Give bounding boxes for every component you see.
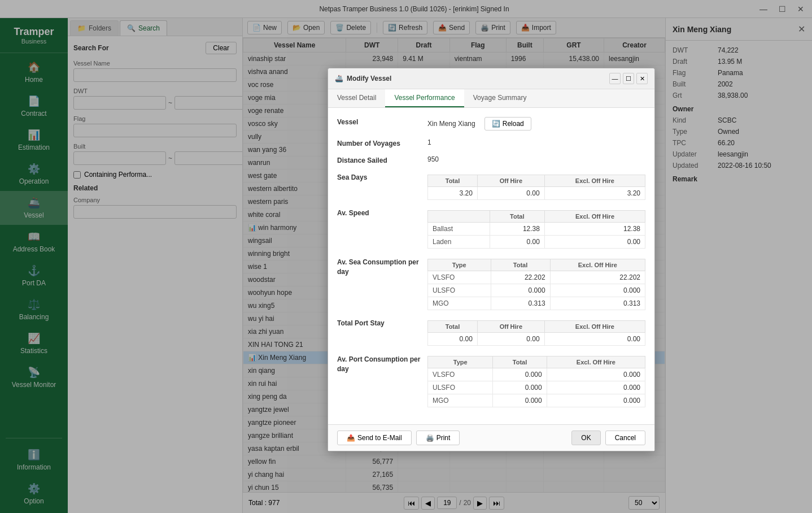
modal-tabs: Vessel Detail Vessel Performance Voyage … xyxy=(328,89,654,108)
sea-days-total-val: 3.20 xyxy=(428,187,478,200)
ok-button[interactable]: OK xyxy=(571,431,600,445)
av-port-cons-table: Type Total Excl. Off Hire VLSFO 0.000 0.… xyxy=(427,356,645,407)
modal-distance-value: 950 xyxy=(427,155,439,163)
sea-cons-total-header: Total xyxy=(491,259,550,271)
av-sea-cons-table: Type Total Excl. Off Hire VLSFO 22.202 2… xyxy=(427,259,645,310)
modal-vessel-label: Vessel xyxy=(337,117,427,126)
port-cons-type: VLSFO xyxy=(428,368,493,381)
modal-av-sea-cons-label: Av. Sea Consumption per day xyxy=(337,256,427,277)
sea-days-values-row: 3.20 0.00 3.20 xyxy=(428,187,645,200)
av-speed-total-header: Total xyxy=(490,211,544,223)
port-cons-excl: 0.000 xyxy=(547,368,645,381)
modal-total-port-stay-label: Total Port Stay xyxy=(337,318,427,327)
modal-av-port-cons-label: Av. Port Consumption per day xyxy=(337,354,427,374)
modal-footer-left: 📤 Send to E-Mail 🖨️ Print xyxy=(337,431,460,445)
port-cons-excl-header: Excl. Off Hire xyxy=(547,357,645,368)
modal-tab-voyage-summary[interactable]: Voyage Summary xyxy=(464,89,536,107)
modal-vessel-row: Vessel Xin Meng Xiang 🔄 Reload xyxy=(337,117,645,131)
port-stay-excl-val: 0.00 xyxy=(544,333,645,346)
total-port-stay-table: Total Off Hire Excl. Off Hire 0.00 0.00 … xyxy=(427,320,645,346)
port-stay-excl-header: Excl. Off Hire xyxy=(544,321,645,333)
av-speed-ballast-total: 12.38 xyxy=(490,223,544,236)
port-cons-row: VLSFO 0.000 0.000 xyxy=(428,368,645,381)
modal-footer: 📤 Send to E-Mail 🖨️ Print OK Cancel xyxy=(328,424,654,451)
sea-cons-type-header: Type xyxy=(428,259,491,271)
sea-cons-row: MGO 0.313 0.313 xyxy=(428,297,645,310)
modal-av-speed-label: Av. Speed xyxy=(337,208,427,217)
modal-footer-right: OK Cancel xyxy=(571,431,645,445)
port-cons-excl: 0.000 xyxy=(547,381,645,394)
modal-vessel-icon: 🚢 xyxy=(335,75,343,82)
sea-cons-excl: 0.313 xyxy=(550,297,645,310)
sea-cons-excl-header: Excl. Off Hire xyxy=(550,259,645,271)
modal-distance-row: Distance Sailed 950 xyxy=(337,155,645,164)
sea-cons-type: MGO xyxy=(428,297,491,310)
port-cons-excl: 0.000 xyxy=(547,394,645,407)
sea-cons-excl: 0.000 xyxy=(550,284,645,297)
sea-cons-total: 0.313 xyxy=(491,297,550,310)
av-speed-laden-row: Laden 0.00 0.00 xyxy=(428,236,645,249)
modal-av-port-cons-row: Av. Port Consumption per day Type Total … xyxy=(337,354,645,407)
sea-days-offhire-val: 0.00 xyxy=(477,187,544,200)
modal-vessel-value: Xin Meng Xiang xyxy=(427,120,475,128)
sea-days-total-header: Total xyxy=(428,175,478,187)
modal-minimize-button[interactable]: — xyxy=(609,73,621,84)
port-cons-total: 0.000 xyxy=(493,394,547,407)
av-speed-excl-header: Excl. Off Hire xyxy=(544,211,645,223)
modal-voyages-value: 1 xyxy=(427,138,431,146)
modal-maximize-button[interactable]: ☐ xyxy=(623,73,634,84)
modal-title-text: Modify Vessel xyxy=(347,75,391,82)
sea-cons-row: ULSFO 0.000 0.000 xyxy=(428,284,645,297)
modal-voyages-row: Number of Voyages 1 xyxy=(337,138,645,147)
av-speed-laden-excl: 0.00 xyxy=(544,236,645,249)
port-cons-total: 0.000 xyxy=(493,381,547,394)
port-cons-type: MGO xyxy=(428,394,493,407)
sea-cons-excl: 22.202 xyxy=(550,271,645,284)
modal-distance-label: Distance Sailed xyxy=(337,155,427,164)
modal-tab-vessel-detail[interactable]: Vessel Detail xyxy=(328,89,385,107)
modal-close-button[interactable]: ✕ xyxy=(636,73,648,84)
reload-button[interactable]: 🔄 Reload xyxy=(484,117,531,131)
av-speed-ballast-row: Ballast 12.38 12.38 xyxy=(428,223,645,236)
modify-vessel-modal: 🚢 Modify Vessel — ☐ ✕ Vessel Detail Vess… xyxy=(328,68,655,451)
modal-av-speed-row: Av. Speed Total Excl. Off Hire xyxy=(337,208,645,249)
port-cons-row: ULSFO 0.000 0.000 xyxy=(428,381,645,394)
port-cons-type: ULSFO xyxy=(428,381,493,394)
modal-titlebar: 🚢 Modify Vessel — ☐ ✕ xyxy=(328,68,654,89)
port-cons-row: MGO 0.000 0.000 xyxy=(428,394,645,407)
sea-days-offhire-header: Off Hire xyxy=(477,175,544,187)
modal-sea-days-label: Sea Days xyxy=(337,172,427,181)
modal-sea-days-row: Sea Days Total Off Hire Excl. Off Hire xyxy=(337,172,645,200)
port-cons-total: 0.000 xyxy=(493,368,547,381)
modal-tab-vessel-performance[interactable]: Vessel Performance xyxy=(385,89,464,107)
sea-cons-total: 0.000 xyxy=(491,284,550,297)
sea-days-table: Total Off Hire Excl. Off Hire 3.20 0.00 … xyxy=(427,175,645,200)
modal-body: Vessel Xin Meng Xiang 🔄 Reload Number of… xyxy=(328,108,654,424)
sea-cons-type: ULSFO xyxy=(428,284,491,297)
sea-cons-body: VLSFO 22.202 22.202 ULSFO 0.000 0.000 MG… xyxy=(428,271,645,310)
port-stay-total-header: Total xyxy=(428,321,478,333)
port-cons-body: VLSFO 0.000 0.000 ULSFO 0.000 0.000 MGO … xyxy=(428,368,645,407)
sea-cons-row: VLSFO 22.202 22.202 xyxy=(428,271,645,284)
modal-print-button[interactable]: 🖨️ Print xyxy=(416,431,460,445)
modal-voyages-label: Number of Voyages xyxy=(337,138,427,147)
modal-title: 🚢 Modify Vessel xyxy=(335,75,391,82)
port-stay-total-val: 0.00 xyxy=(428,333,478,346)
modal-window-controls: — ☐ ✕ xyxy=(609,73,648,84)
port-cons-type-header: Type xyxy=(428,357,493,368)
av-speed-ballast-excl: 12.38 xyxy=(544,223,645,236)
port-stay-offhire-header: Off Hire xyxy=(477,321,544,333)
av-speed-laden-label: Laden xyxy=(428,236,490,249)
sea-days-excl-val: 3.20 xyxy=(544,187,645,200)
port-stay-offhire-val: 0.00 xyxy=(477,333,544,346)
sea-cons-total: 22.202 xyxy=(491,271,550,284)
send-email-button[interactable]: 📤 Send to E-Mail xyxy=(337,431,412,445)
port-cons-total-header: Total xyxy=(493,357,547,368)
cancel-button[interactable]: Cancel xyxy=(605,431,645,445)
av-speed-laden-total: 0.00 xyxy=(490,236,544,249)
sea-cons-type: VLSFO xyxy=(428,271,491,284)
av-speed-table: Total Excl. Off Hire Ballast 12.38 12.38 xyxy=(427,210,645,249)
port-stay-values-row: 0.00 0.00 0.00 xyxy=(428,333,645,346)
reload-icon: 🔄 xyxy=(492,120,500,128)
send-email-icon: 📤 xyxy=(347,434,355,442)
